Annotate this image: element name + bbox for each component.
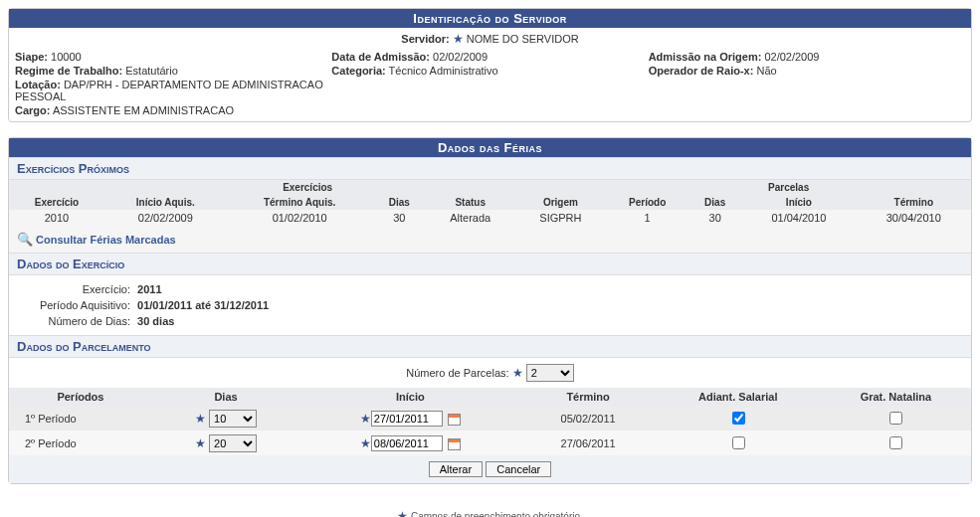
- dex-periodo-value: 01/01/2011 até 31/12/2011: [137, 299, 269, 311]
- regime-value: Estatutário: [125, 65, 178, 77]
- parc-grat-checkbox[interactable]: [889, 436, 902, 449]
- col-pdias: Dias: [688, 195, 741, 210]
- categoria-label: Categoria:: [331, 65, 385, 77]
- dex-periodo-label: Período Aquisitivo:: [21, 299, 130, 311]
- pcol-dias: Dias: [152, 388, 299, 406]
- dataadm-value: 02/02/2009: [433, 51, 488, 63]
- parc-adiant-checkbox[interactable]: [732, 436, 745, 449]
- servidor-label: Servidor:: [401, 33, 449, 45]
- star-icon: ★: [453, 32, 464, 46]
- raiox-value: Não: [756, 65, 776, 77]
- cell: 01/04/2010: [741, 210, 856, 226]
- parc-grat-checkbox[interactable]: [889, 412, 902, 425]
- lotacao-value: DAP/PRH - DEPARTAMENTO DE ADMINISTRACAO …: [15, 79, 323, 102]
- cell: 30: [373, 210, 426, 226]
- col-dias: Dias: [373, 195, 426, 210]
- raiox-label: Operador de Raio-x:: [649, 65, 754, 77]
- regime-label: Regime de Trabalho:: [15, 65, 122, 77]
- dex-exerc-label: Exercício:: [21, 283, 130, 295]
- dex-area: Exercício: 2011 Período Aquisitivo: 01/0…: [9, 275, 971, 335]
- parc-adiant-checkbox[interactable]: [732, 412, 745, 425]
- calendar-icon[interactable]: [448, 438, 461, 450]
- lotacao-label: Lotação:: [15, 79, 61, 90]
- footnote: ★ Campos de preenchimento obrigatório.: [8, 499, 972, 517]
- footnote-text: Campos de preenchimento obrigatório.: [411, 511, 583, 517]
- identificacao-header: Identificação do Servidor: [9, 9, 971, 28]
- magnifier-icon: 🔍: [17, 232, 33, 247]
- cell: 30: [688, 210, 741, 226]
- sec-parc: Dados do Parcelamento: [9, 335, 971, 358]
- cell: 02/02/2009: [104, 210, 227, 226]
- admorigem-label: Admissão na Origem:: [649, 51, 762, 63]
- cell: 30/04/2010: [857, 210, 971, 226]
- sec-proximos: Exercícios Próximos: [9, 157, 971, 180]
- parc-termino: 05/02/2011: [521, 406, 656, 431]
- cargo-label: Cargo:: [15, 104, 50, 116]
- calendar-icon[interactable]: [448, 414, 461, 426]
- parc-dias-select[interactable]: 20: [209, 434, 257, 452]
- ferias-header: Dados das Férias: [9, 138, 971, 157]
- cargo-value: ASSISTENTE EM ADMINISTRACAO: [53, 104, 234, 116]
- parc-row: 1º Período ★ 10 ★ 05/02/2011: [9, 406, 971, 431]
- col-status: Status: [426, 195, 515, 210]
- alterar-button[interactable]: Alterar: [429, 461, 483, 477]
- col-ptermino: Término: [857, 195, 971, 210]
- sec-dex: Dados do Exercício: [9, 253, 971, 275]
- subhdr-exercicios: Exercícios: [9, 180, 606, 195]
- star-icon: ★: [195, 436, 206, 450]
- dex-ndias-value: 30 dias: [137, 315, 174, 327]
- parc-row: 2º Período ★ 20 ★ 27/06/2011: [9, 431, 971, 455]
- identificacao-box: Identificação do Servidor Servidor: ★ NO…: [8, 8, 972, 122]
- pcol-periodos: Períodos: [9, 388, 152, 406]
- cell: 01/02/2010: [227, 210, 373, 226]
- info-grid: Siape: 10000 Regime de Trabalho: Estatut…: [9, 50, 971, 121]
- cell: 1: [606, 210, 688, 226]
- consultar-row: 🔍 Consultar Férias Marcadas: [9, 226, 971, 253]
- col-periodo: Período: [606, 195, 688, 210]
- parc-periodo: 1º Período: [9, 406, 152, 431]
- parc-termino: 27/06/2011: [521, 431, 656, 455]
- dataadm-label: Data de Admissão:: [331, 51, 430, 63]
- pcol-grat: Grat. Natalina: [821, 388, 971, 406]
- parc-inicio-input[interactable]: [371, 411, 443, 427]
- star-icon: ★: [360, 436, 371, 450]
- parc-periodo: 2º Período: [9, 431, 152, 455]
- cell: Alterada: [426, 210, 515, 226]
- nparcelas-label: Número de Parcelas:: [406, 367, 508, 379]
- admorigem-value: 02/02/2009: [764, 51, 819, 63]
- pcol-inicio: Início: [299, 388, 520, 406]
- siape-value: 10000: [51, 51, 82, 63]
- servidor-nome: NOME DO SERVIDOR: [467, 33, 579, 45]
- dex-ndias-label: Número de Dias:: [21, 315, 130, 327]
- star-icon: ★: [397, 509, 408, 517]
- star-icon: ★: [195, 412, 206, 426]
- cell: SIGPRH: [515, 210, 607, 226]
- nparcelas-select[interactable]: 2: [526, 364, 574, 382]
- col-exercicio: Exercício: [9, 195, 104, 210]
- col-pinicio: Início: [741, 195, 856, 210]
- col-origem: Origem: [515, 195, 607, 210]
- parc-dias-select[interactable]: 10: [209, 410, 257, 428]
- consultar-link[interactable]: Consultar Férias Marcadas: [36, 234, 176, 246]
- star-icon: ★: [512, 366, 523, 380]
- ferias-box: Dados das Férias Exercícios Próximos Exe…: [8, 137, 972, 484]
- col-termino-aquis: Término Aquis.: [227, 195, 373, 210]
- servidor-row: Servidor: ★ NOME DO SERVIDOR: [9, 28, 971, 50]
- dex-exerc-value: 2011: [137, 283, 161, 295]
- parcelamento-table: Períodos Dias Início Término Adiant. Sal…: [9, 388, 971, 455]
- exercicios-table: Exercícios Parcelas Exercício Início Aqu…: [9, 180, 971, 226]
- nparcelas-row: Número de Parcelas: ★ 2: [9, 358, 971, 388]
- categoria-value: Técnico Administrativo: [389, 65, 498, 77]
- parc-inicio-input[interactable]: [371, 435, 443, 451]
- siape-label: Siape:: [15, 51, 48, 63]
- pcol-adiant: Adiant. Salarial: [656, 388, 821, 406]
- subhdr-parcelas: Parcelas: [606, 180, 971, 195]
- pcol-termino: Término: [521, 388, 656, 406]
- cell: 2010: [9, 210, 104, 226]
- table-row: 2010 02/02/2009 01/02/2010 30 Alterada S…: [9, 210, 971, 226]
- button-row: Alterar Cancelar: [9, 455, 971, 483]
- star-icon: ★: [360, 412, 371, 426]
- cancelar-button[interactable]: Cancelar: [486, 461, 551, 477]
- col-inicio-aquis: Início Aquis.: [104, 195, 227, 210]
